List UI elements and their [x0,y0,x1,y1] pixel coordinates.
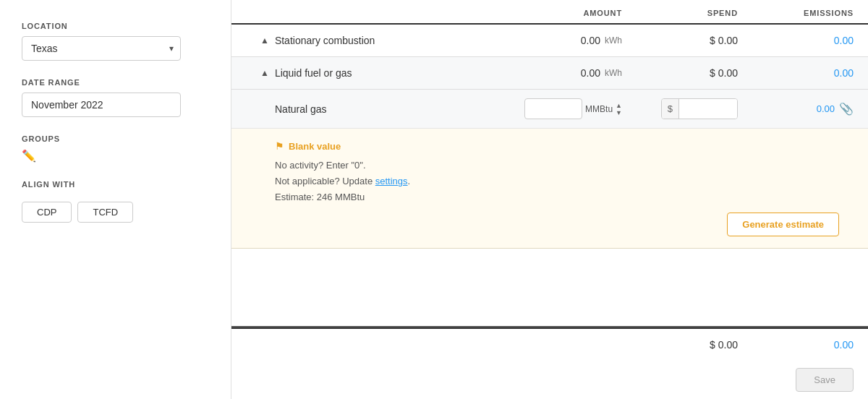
align-with-section: ALIGN WITH CDP TCFD [22,180,209,223]
location-section: LOCATION Texas California New York Flori… [22,22,209,61]
groups-label: GROUPS [22,134,209,143]
generate-estimate-button[interactable]: Generate estimate [727,213,839,236]
natural-gas-row: Natural gas MMBtu ▲ ▼ $ 0.00 📎 [231,90,868,129]
stationary-emissions: 0.00 [738,35,854,46]
natural-gas-spend-wrapper: $ [622,98,738,119]
location-select-wrapper: Texas California New York Florida ▾ [22,36,181,61]
natural-gas-title: Natural gas [275,103,492,115]
groups-row: ✏️ [22,149,209,163]
save-button[interactable]: Save [796,368,854,392]
unit-stepper[interactable]: ▲ ▼ [616,102,622,116]
align-buttons: CDP TCFD [22,202,209,223]
natural-gas-emissions: 0.00 📎 [738,102,854,116]
liquid-fuel-title: ▲ Liquid fuel or gas [260,67,492,79]
align-with-label: ALIGN WITH [22,180,209,189]
date-range-section: DATE RANGE [22,78,209,117]
total-spend: $ 0.00 [622,339,738,351]
settings-link[interactable]: settings [375,176,408,186]
blank-value-header: ⚑ Blank value [275,140,854,152]
attachment-icon[interactable]: 📎 [839,102,854,116]
natural-gas-amount-input[interactable] [524,98,582,119]
total-emissions: 0.00 [738,339,854,351]
natural-gas-spend-input[interactable] [679,99,737,119]
location-label: LOCATION [22,22,209,30]
flag-icon: ⚑ [275,140,284,152]
blank-value-line2: Not applicable? Update settings. [275,173,854,189]
tcfd-button[interactable]: TCFD [77,202,133,223]
edit-icon[interactable]: ✏️ [22,149,36,163]
cdp-button[interactable]: CDP [22,202,72,223]
stationary-combustion-title: ▲ Stationary combustion [260,35,492,46]
stationary-spend: $ 0.00 [622,35,738,46]
blank-value-line1: No activity? Enter "0". [275,158,854,173]
liquid-amount: 0.00 kWh [492,67,622,79]
stationary-combustion-row: ▲ Stationary combustion 0.00 kWh $ 0.00 … [231,25,868,57]
groups-section: GROUPS ✏️ [22,134,209,163]
main-content: AMOUNT SPEND EMISSIONS ▲ Stationary comb… [231,0,868,399]
natural-gas-unit: MMBtu ▲ ▼ [585,102,622,116]
blank-value-section: ⚑ Blank value No activity? Enter "0". No… [231,129,868,249]
date-range-input[interactable] [22,93,181,117]
bottom-area: $ 0.00 0.00 Save [231,326,868,399]
spend-prefix: $ [662,99,679,119]
liquid-emissions: 0.00 [738,67,854,79]
blank-value-line3: Estimate: 246 MMBtu [275,189,854,205]
date-range-label: DATE RANGE [22,78,209,87]
header-spend: SPEND [622,9,738,17]
stationary-amount: 0.00 kWh [492,35,622,46]
table-header: AMOUNT SPEND EMISSIONS [231,0,868,25]
liquid-spend: $ 0.00 [622,67,738,79]
chevron-up-icon-2[interactable]: ▲ [260,68,269,78]
header-emissions: EMISSIONS [738,9,854,17]
spend-input-inner: $ [661,98,738,119]
sidebar: LOCATION Texas California New York Flori… [0,0,231,399]
header-amount: AMOUNT [492,9,622,17]
location-select[interactable]: Texas California New York Florida [22,36,181,61]
liquid-fuel-row: ▲ Liquid fuel or gas 0.00 kWh $ 0.00 0.0… [231,57,868,90]
natural-gas-amount-wrapper: MMBtu ▲ ▼ [492,98,622,119]
blank-value-footer: Generate estimate [275,213,854,236]
blank-value-body: No activity? Enter "0". Not applicable? … [275,158,854,205]
blank-value-title: Blank value [289,141,341,152]
totals-row: $ 0.00 0.00 [231,327,868,361]
chevron-up-icon[interactable]: ▲ [260,35,269,46]
